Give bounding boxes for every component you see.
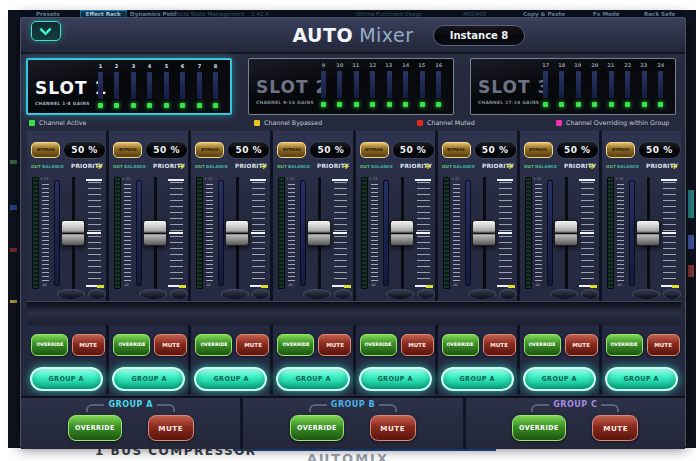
override-button[interactable]: OVERRIDE (113, 334, 150, 356)
fader-knob[interactable] (225, 220, 249, 246)
title-auto: AUTO (292, 24, 353, 46)
group-override-label: OVERRIDE (297, 424, 337, 431)
channel-active-led (436, 102, 441, 107)
fader-knob[interactable] (554, 220, 578, 246)
bypass-button[interactable]: BYPASS (195, 142, 224, 158)
fader-knob[interactable] (143, 220, 167, 246)
mute-button[interactable]: MUTE (565, 334, 598, 356)
priority-minus-icon (590, 285, 597, 288)
group-master-panel-2: GROUP BOVERRIDEMUTE (243, 398, 465, 449)
priority-value-indicator (580, 232, 594, 234)
fader-knob[interactable] (390, 220, 414, 246)
slot-subtitle: CHANNEL 9-16 GAINS (256, 100, 314, 105)
group-assign-button[interactable]: GROUP A (359, 367, 432, 391)
fader-knob[interactable] (472, 220, 496, 246)
group-assign-button[interactable]: GROUP A (194, 367, 267, 391)
mute-button[interactable]: MUTE (647, 334, 680, 356)
gain-value-display[interactable]: 50 % (145, 141, 188, 159)
group-override-button[interactable]: OVERRIDE (290, 415, 344, 441)
group-assign-button[interactable]: GROUP A (112, 367, 185, 391)
channel-gain-meter (609, 71, 614, 98)
instance-selector-button[interactable]: Instance 8 (433, 25, 525, 46)
bypass-button[interactable]: BYPASS (524, 142, 553, 158)
bypass-button[interactable]: BYPASS (442, 142, 471, 158)
bypass-button[interactable]: BYPASS (360, 142, 389, 158)
channel-active-led (114, 103, 119, 108)
group-override-button[interactable]: OVERRIDE (68, 415, 122, 441)
override-button[interactable]: OVERRIDE (524, 334, 561, 356)
channel-number: 21 (608, 63, 615, 69)
group-mute-button[interactable]: MUTE (370, 415, 416, 441)
mute-button[interactable]: MUTE (401, 334, 434, 356)
fader-base-cap (252, 289, 270, 299)
group-assign-button[interactable]: GROUP A (523, 367, 596, 391)
gain-value-display[interactable]: 50 % (63, 141, 106, 159)
group-override-label: OVERRIDE (519, 424, 559, 431)
gain-value-display[interactable]: 50 % (638, 141, 681, 159)
channel-strip-1: BYPASS50 %OUTBALANCEPRIORITY++ 22- 40OVE… (27, 131, 109, 394)
override-button[interactable]: OVERRIDE (442, 334, 479, 356)
priority-value-indicator (498, 232, 512, 234)
slot-box-2[interactable]: SLOT 2CHANNEL 9-16 GAINS910111213141516 (248, 58, 454, 115)
channel-meter-column: 19 (572, 62, 585, 112)
gain-value: 50 % (482, 145, 509, 155)
slot-box-1[interactable]: SLOT 1CHANNEL 1-8 GAINS12345678 (26, 58, 232, 115)
balance-tick-scale (288, 184, 295, 282)
override-button[interactable]: OVERRIDE (606, 334, 643, 356)
group-name: GROUP B (331, 400, 375, 409)
channel-number: 24 (657, 63, 664, 69)
fader-base-cap (663, 289, 681, 299)
bypass-label: BYPASS (37, 148, 55, 153)
group-assign-button[interactable]: GROUP A (276, 367, 349, 391)
channel-gain-meter (213, 72, 218, 99)
group-override-button[interactable]: OVERRIDE (512, 415, 566, 441)
override-label: OVERRIDE (529, 342, 556, 347)
priority-minus-icon (426, 285, 433, 288)
mute-label: MUTE (80, 342, 98, 348)
fader-knob[interactable] (307, 220, 331, 246)
group-assign-button[interactable]: GROUP A (605, 367, 678, 391)
channel-gain-meter (625, 71, 630, 98)
gain-value-display[interactable]: 50 % (227, 141, 270, 159)
mute-button[interactable]: MUTE (483, 334, 516, 356)
mute-button[interactable]: MUTE (236, 334, 269, 356)
balance-meter-track (136, 180, 142, 286)
fader-knob[interactable] (61, 220, 85, 246)
mute-button[interactable]: MUTE (318, 334, 351, 356)
mute-button[interactable]: MUTE (72, 334, 105, 356)
channel-active-led (625, 102, 630, 107)
override-button[interactable]: OVERRIDE (31, 334, 68, 356)
group-assign-button[interactable]: GROUP A (441, 367, 514, 391)
balance-scale-max: + 22 (286, 177, 295, 181)
slot-box-3[interactable]: SLOT 3CHANNEL 17-24 GAINS171819202122232… (470, 58, 676, 115)
override-button[interactable]: OVERRIDE (195, 334, 232, 356)
channel-active-led (543, 102, 548, 107)
channel-active-led (321, 102, 326, 107)
out-level-meter (607, 177, 614, 289)
priority-value-indicator (662, 232, 676, 234)
group-mute-button[interactable]: MUTE (148, 415, 194, 441)
channel-gain-meter (420, 71, 425, 98)
mute-button[interactable]: MUTE (154, 334, 187, 356)
channel-gain-meter (114, 72, 119, 99)
priority-scale-top-tick (497, 179, 513, 181)
gain-value-display[interactable]: 50 % (474, 141, 517, 159)
fader-knob[interactable] (636, 220, 660, 246)
bypass-button[interactable]: BYPASS (113, 142, 142, 158)
gain-value-display[interactable]: 50 % (392, 141, 435, 159)
priority-minus-icon (97, 285, 104, 288)
gain-value-display[interactable]: 50 % (556, 141, 599, 159)
gain-value-display[interactable]: 50 % (309, 141, 352, 159)
fader-zone: + 22- 40 (438, 177, 517, 291)
group-mute-button[interactable]: MUTE (592, 415, 638, 441)
override-button[interactable]: OVERRIDE (360, 334, 397, 356)
fader-zone: + 22- 40 (109, 177, 188, 291)
channel-meter-column: 20 (588, 62, 601, 112)
group-assign-button[interactable]: GROUP A (30, 367, 103, 391)
bypass-button[interactable]: BYPASS (31, 142, 60, 158)
bypass-button[interactable]: BYPASS (606, 142, 635, 158)
bypass-button[interactable]: BYPASS (277, 142, 306, 158)
mute-label: MUTE (244, 342, 262, 348)
override-label: OVERRIDE (611, 342, 638, 347)
override-button[interactable]: OVERRIDE (277, 334, 314, 356)
